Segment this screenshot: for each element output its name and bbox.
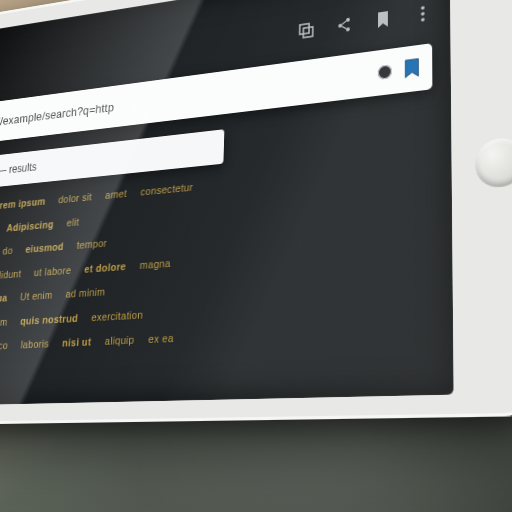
url-actions — [378, 56, 422, 83]
svg-rect-7 — [300, 24, 309, 35]
svg-point-12 — [421, 6, 425, 10]
tab-title: Search — results — [0, 160, 37, 180]
menu-icon[interactable] — [414, 4, 432, 24]
svg-point-10 — [346, 18, 350, 22]
url-text: https://example/search?q=http — [0, 100, 114, 131]
share-icon[interactable] — [335, 15, 352, 35]
screen: 11:42 https://example/search?q=http Sear… — [0, 0, 454, 406]
home-button[interactable] — [475, 136, 512, 189]
svg-point-14 — [421, 18, 425, 22]
results-area: Lorem ipsumdolor sitametconsectetur Adip… — [0, 159, 430, 394]
svg-point-13 — [421, 12, 425, 16]
bookmark-icon[interactable] — [402, 56, 422, 80]
svg-rect-8 — [303, 27, 313, 38]
bookmark-solid-icon[interactable] — [374, 10, 392, 30]
result-row: Ullamcolaborisnisi utaliquipex ea — [0, 322, 425, 353]
tablet-device: 11:42 https://example/search?q=http Sear… — [0, 0, 512, 425]
svg-point-11 — [346, 27, 350, 31]
svg-point-9 — [338, 24, 342, 28]
tabs-icon[interactable] — [298, 21, 315, 40]
refresh-icon[interactable] — [378, 64, 392, 80]
